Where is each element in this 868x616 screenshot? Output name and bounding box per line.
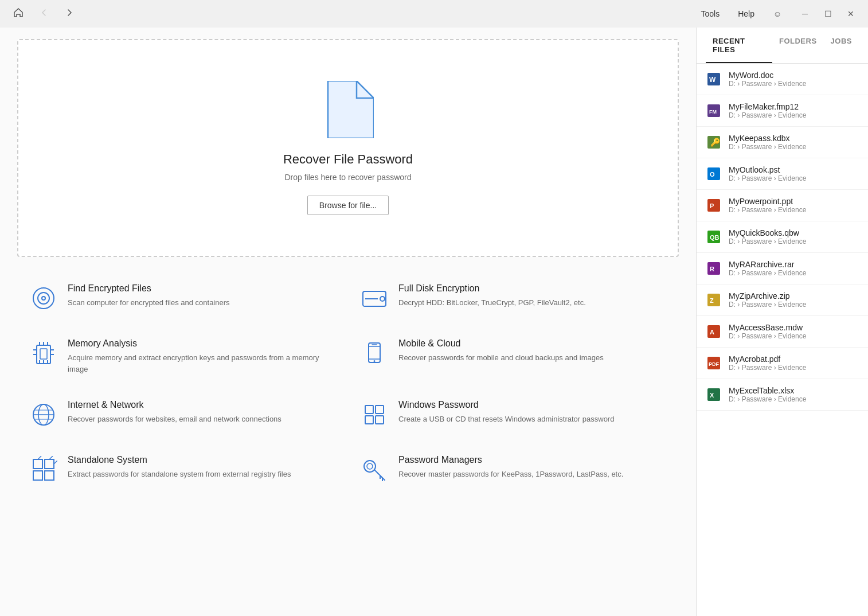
svg-point-21 [374, 360, 376, 362]
file-info: MyZipArchive.zip D: › Passware › Evidenc… [729, 291, 859, 309]
feature-text-password-managers: Password Managers Recover master passwor… [398, 455, 667, 480]
sidebar-tab-jobs[interactable]: JOBS [824, 28, 859, 63]
svg-rect-35 [45, 471, 54, 480]
feature-title-password-managers: Password Managers [398, 455, 667, 465]
svg-text:FM: FM [709, 109, 717, 115]
sidebar-tabs: RECENT FILESFOLDERSJOBS [697, 28, 868, 64]
svg-text:🔑: 🔑 [710, 138, 720, 147]
browse-button[interactable]: Browse for file... [307, 196, 389, 215]
sidebar-file-item[interactable]: QB MyQuickBooks.qbw D: › Passware › Evid… [697, 221, 868, 253]
feature-text-memory-analysis: Memory Analysis Acquire memory and extra… [68, 338, 337, 375]
feature-item-full-disk[interactable]: Full Disk Encryption Decrypt HDD: BitLoc… [348, 271, 679, 326]
drop-zone-subtitle: Drop files here to recover password [285, 173, 412, 182]
feature-title-mobile-cloud: Mobile & Cloud [398, 338, 667, 349]
sidebar-file-item[interactable]: W MyWord.doc D: › Passware › Evidence [697, 64, 868, 95]
feature-text-find-encrypted: Find Encrypted Files Scan computer for e… [68, 283, 337, 309]
feature-title-windows-password: Windows Password [398, 400, 667, 410]
sidebar-tab-folders[interactable]: FOLDERS [772, 28, 824, 63]
feature-text-windows-password: Windows Password Create a USB or CD that… [398, 400, 667, 425]
sidebar-tab-recent-files[interactable]: RECENT FILES [706, 28, 772, 63]
file-name: MyRARarchive.rar [729, 260, 859, 269]
file-info: MyWord.doc D: › Passware › Evidence [729, 71, 859, 88]
feature-item-memory-analysis[interactable]: Memory Analysis Acquire memory and extra… [17, 326, 348, 387]
feature-text-mobile-cloud: Mobile & Cloud Recover passwords for mob… [398, 338, 667, 364]
file-name: MyFileMaker.fmp12 [729, 102, 859, 111]
svg-rect-33 [45, 459, 54, 469]
titlebar: Tools Help ☺ ─ ☐ ✕ [0, 0, 868, 28]
feature-item-mobile-cloud[interactable]: Mobile & Cloud Recover passwords for mob… [348, 326, 679, 387]
svg-rect-32 [33, 459, 42, 469]
svg-point-2 [42, 297, 45, 300]
back-button[interactable] [36, 5, 53, 22]
titlebar-left [9, 5, 78, 23]
drop-zone[interactable]: Recover File Password Drop files here to… [17, 39, 679, 257]
file-type-icon: FM [706, 103, 722, 119]
svg-point-40 [367, 463, 373, 469]
feature-item-windows-password[interactable]: Windows Password Create a USB or CD that… [348, 387, 679, 442]
file-name: MyWord.doc [729, 71, 859, 80]
file-type-icon: Z [706, 292, 722, 308]
svg-rect-30 [365, 416, 373, 424]
feature-icon-windows-password [359, 400, 389, 430]
sidebar-file-item[interactable]: A MyAccessBase.mdw D: › Passware › Evide… [697, 316, 868, 348]
svg-rect-29 [376, 406, 384, 414]
file-info: MyFileMaker.fmp12 D: › Passware › Eviden… [729, 102, 859, 119]
maximize-button[interactable]: ☐ [820, 6, 836, 22]
sidebar-file-item[interactable]: R MyRARarchive.rar D: › Passware › Evide… [697, 253, 868, 284]
feature-desc-memory-analysis: Acquire memory and extract encryption ke… [68, 352, 337, 375]
home-button[interactable] [9, 5, 28, 23]
main-area: Recover File Password Drop files here to… [0, 28, 696, 616]
svg-text:P: P [710, 202, 714, 209]
svg-point-1 [38, 293, 49, 304]
svg-text:X: X [710, 392, 714, 399]
feature-icon-memory-analysis [29, 338, 58, 368]
sidebar-file-item[interactable]: PDF MyAcrobat.pdf D: › Passware › Eviden… [697, 348, 868, 379]
file-path: D: › Passware › Evidence [729, 174, 859, 182]
file-path: D: › Passware › Evidence [729, 301, 859, 309]
file-path: D: › Passware › Evidence [729, 206, 859, 214]
svg-rect-31 [376, 416, 384, 424]
file-icon [322, 81, 374, 141]
file-info: MyQuickBooks.qbw D: › Passware › Evidenc… [729, 228, 859, 245]
forward-button[interactable] [61, 5, 78, 22]
file-info: MyAcrobat.pdf D: › Passware › Evidence [729, 354, 859, 372]
features-grid: Find Encrypted Files Scan computer for e… [17, 271, 679, 497]
feature-desc-windows-password: Create a USB or CD that resets Windows a… [398, 414, 667, 425]
feature-icon-standalone-system [29, 455, 58, 485]
feature-item-find-encrypted[interactable]: Find Encrypted Files Scan computer for e… [17, 271, 348, 326]
close-button[interactable]: ✕ [843, 6, 859, 22]
drop-zone-title: Recover File Password [283, 152, 413, 167]
file-path: D: › Passware › Evidence [729, 269, 859, 277]
help-menu[interactable]: Help [734, 7, 758, 21]
feature-icon-password-managers [359, 455, 389, 485]
sidebar-file-item[interactable]: O MyOutlook.pst D: › Passware › Evidence [697, 158, 868, 190]
window-controls: ─ ☐ ✕ [797, 6, 859, 22]
feature-item-internet-network[interactable]: Internet & Network Recover passwords for… [17, 387, 348, 442]
smiley-button[interactable]: ☺ [769, 6, 785, 22]
sidebar-file-item[interactable]: P MyPowerpoint.ppt D: › Passware › Evide… [697, 190, 868, 221]
tools-menu[interactable]: Tools [698, 7, 724, 21]
file-path: D: › Passware › Evidence [729, 143, 859, 151]
file-info: MyPowerpoint.ppt D: › Passware › Evidenc… [729, 197, 859, 214]
sidebar: RECENT FILESFOLDERSJOBS W MyWord.doc D: … [696, 28, 868, 616]
feature-title-standalone-system: Standalone System [68, 455, 337, 465]
sidebar-file-item[interactable]: X MyExcelTable.xlsx D: › Passware › Evid… [697, 379, 868, 411]
sidebar-list: W MyWord.doc D: › Passware › Evidence FM… [697, 64, 868, 616]
feature-item-password-managers[interactable]: Password Managers Recover master passwor… [348, 442, 679, 497]
sidebar-file-item[interactable]: Z MyZipArchive.zip D: › Passware › Evide… [697, 284, 868, 316]
file-type-icon: 🔑 [706, 134, 722, 150]
feature-icon-full-disk [359, 283, 389, 313]
file-path: D: › Passware › Evidence [729, 364, 859, 372]
file-type-icon: QB [706, 229, 722, 245]
file-path: D: › Passware › Evidence [729, 332, 859, 340]
file-info: MyKeepass.kdbx D: › Passware › Evidence [729, 134, 859, 151]
feature-item-standalone-system[interactable]: Standalone System Extract passwords for … [17, 442, 348, 497]
sidebar-file-item[interactable]: 🔑 MyKeepass.kdbx D: › Passware › Evidenc… [697, 127, 868, 158]
feature-title-memory-analysis: Memory Analysis [68, 338, 337, 349]
minimize-button[interactable]: ─ [797, 6, 813, 22]
file-path: D: › Passware › Evidence [729, 395, 859, 403]
feature-title-find-encrypted: Find Encrypted Files [68, 283, 337, 294]
feature-text-standalone-system: Standalone System Extract passwords for … [68, 455, 337, 480]
sidebar-file-item[interactable]: FM MyFileMaker.fmp12 D: › Passware › Evi… [697, 95, 868, 127]
titlebar-right: Tools Help ☺ ─ ☐ ✕ [698, 6, 859, 22]
